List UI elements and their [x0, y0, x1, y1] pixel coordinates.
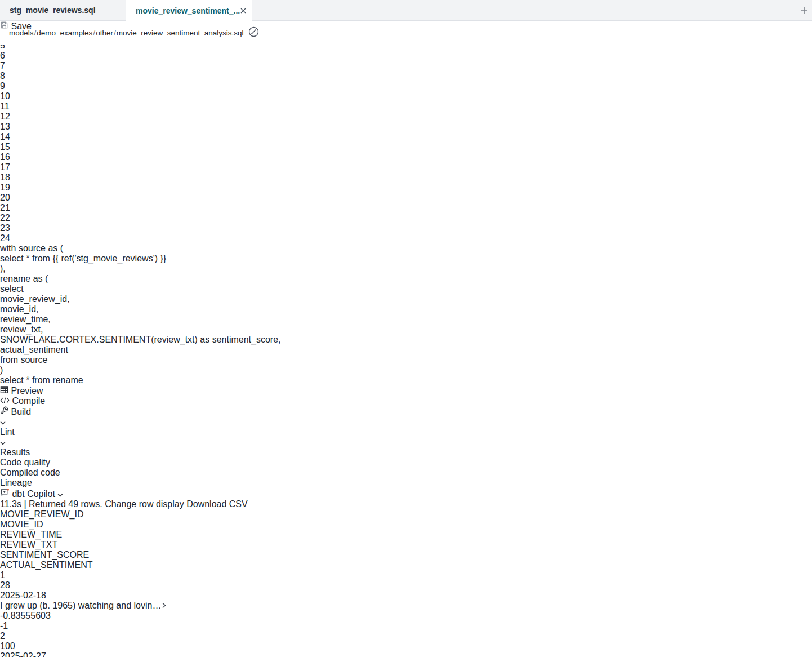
lint-split-button: Lint	[0, 427, 812, 447]
code-line[interactable]: select * from {{ ref('stg_movie_reviews'…	[0, 254, 812, 264]
cell-movie-review-id: 1	[0, 570, 812, 580]
table-grid-icon	[0, 385, 8, 394]
line-number: 6	[0, 51, 812, 61]
code-line[interactable]: actual_sentiment	[0, 345, 812, 355]
chevron-right-icon	[161, 602, 167, 609]
code-line[interactable]: ),	[0, 264, 812, 274]
cell-actual-sentiment: -1	[0, 621, 812, 631]
code-line[interactable]: )	[0, 365, 812, 375]
line-number: 11	[0, 101, 812, 112]
action-toolbar: Preview Compile Build Lint ResultsCode q…	[0, 385, 812, 499]
code-line[interactable]: movie_id,	[0, 304, 812, 314]
dbt-copilot-button[interactable]: dbt Copilot	[0, 488, 812, 499]
lint-label: Lint	[0, 427, 15, 437]
compile-button[interactable]: Compile	[0, 396, 812, 406]
column-header: REVIEW_TIME	[0, 530, 812, 540]
breadcrumb: models / demo_examples / other / movie_r…	[9, 29, 244, 37]
tab-stg-movie-reviews[interactable]: stg_movie_reviews.sql	[0, 0, 126, 20]
tab-movie-review-sentiment-analysis[interactable]: movie_review_sentiment_...	[126, 0, 252, 21]
code-line[interactable]: review_time,	[0, 314, 812, 325]
line-number: 24	[0, 233, 812, 243]
cell-movie-id: 100	[0, 641, 812, 651]
file-header: models / demo_examples / other / movie_r…	[0, 21, 812, 45]
table-row: 1282025-02-18I grew up (b. 1965) watchin…	[0, 570, 812, 631]
code-lines[interactable]: with source as ( select * from {{ ref('s…	[0, 243, 812, 385]
line-number: 23	[0, 223, 812, 233]
lint-dropdown-button[interactable]	[0, 437, 812, 447]
line-number: 20	[0, 193, 812, 203]
table-body: 1282025-02-18I grew up (b. 1965) watchin…	[0, 570, 812, 657]
code-line[interactable]: select	[0, 284, 812, 294]
copilot-badge-icon[interactable]	[248, 26, 259, 39]
column-header: SENTIMENT_SCORE	[0, 550, 812, 560]
line-number: 17	[0, 162, 812, 172]
build-split-button: Build	[0, 406, 812, 427]
query-status: 11.3s | Returned 49 rows.	[0, 499, 102, 509]
line-number: 15	[0, 142, 812, 152]
new-tab-button[interactable]	[796, 0, 812, 20]
breadcrumb-segment[interactable]: demo_examples	[37, 29, 92, 37]
tab-lineage[interactable]: Lineage	[0, 478, 812, 488]
line-number: 14	[0, 132, 812, 142]
line-number: 18	[0, 172, 812, 183]
close-tab-icon[interactable]	[240, 6, 247, 16]
table-header-row: MOVIE_REVIEW_IDMOVIE_IDREVIEW_TIMEREVIEW…	[0, 509, 812, 570]
plus-icon	[800, 6, 808, 14]
code-line[interactable]: with source as (	[0, 243, 812, 254]
lint-button[interactable]: Lint	[0, 427, 812, 437]
cell-movie-id: 28	[0, 580, 812, 591]
cell-review-txt: I grew up (b. 1965) watching and lovin…	[0, 601, 812, 611]
line-number: 16	[0, 152, 812, 162]
review-text: I grew up (b. 1965) watching and lovin…	[0, 601, 161, 610]
change-row-display-link[interactable]: Change row display	[105, 499, 184, 509]
breadcrumb-segment[interactable]: models	[9, 29, 34, 37]
line-number: 10	[0, 91, 812, 101]
preview-button[interactable]: Preview	[0, 385, 812, 396]
line-number: 19	[0, 183, 812, 193]
copilot-label: dbt Copilot	[12, 489, 55, 499]
download-csv-link[interactable]: Download CSV	[186, 499, 248, 509]
code-line[interactable]: select * from rename	[0, 375, 812, 385]
column-header: ACTUAL_SENTIMENT	[0, 560, 812, 570]
line-number: 22	[0, 213, 812, 223]
code-line[interactable]: rename as (	[0, 274, 812, 284]
compile-label: Compile	[12, 396, 45, 406]
build-label: Build	[11, 407, 31, 416]
results-tabs: ResultsCode qualityCompiled codeLineage	[0, 447, 812, 488]
tab-code-quality[interactable]: Code quality	[0, 458, 812, 468]
code-line[interactable]: SNOWFLAKE.CORTEX.SENTIMENT(review_txt) a…	[0, 335, 812, 345]
code-line[interactable]: movie_review_id,	[0, 294, 812, 304]
code-editor[interactable]: 123456789101112131415161718192021222324 …	[0, 0, 812, 385]
chevron-down-icon	[57, 493, 63, 497]
line-number: 9	[0, 81, 812, 91]
cell-movie-review-id: 2	[0, 631, 812, 641]
column-header: MOVIE_REVIEW_ID	[0, 509, 812, 520]
results-table: MOVIE_REVIEW_IDMOVIE_IDREVIEW_TIMEREVIEW…	[0, 509, 812, 657]
breadcrumb-segment[interactable]: movie_review_sentiment_analysis.sql	[117, 29, 244, 37]
chevron-down-icon	[0, 441, 6, 445]
code-line[interactable]: review_txt,	[0, 325, 812, 335]
build-dropdown-button[interactable]	[0, 417, 812, 427]
tab-results[interactable]: Results	[0, 447, 812, 458]
code-line[interactable]: from source	[0, 355, 812, 365]
chat-sparkle-icon	[0, 488, 10, 497]
build-button[interactable]: Build	[0, 406, 812, 417]
line-number: 7	[0, 61, 812, 71]
line-number: 8	[0, 71, 812, 81]
table-row: 21002025-02-27When I put this movie in m…	[0, 631, 812, 657]
code-brackets-icon	[0, 397, 10, 404]
expand-review-button[interactable]	[161, 601, 167, 610]
tab-label: movie_review_sentiment_...	[136, 6, 240, 15]
tab-compiled-code[interactable]: Compiled code	[0, 468, 812, 478]
line-number: 21	[0, 203, 812, 213]
line-number: 12	[0, 112, 812, 122]
breadcrumb-segment[interactable]: other	[96, 29, 113, 37]
cell-review-time: 2025-02-27	[0, 651, 812, 657]
cell-sentiment-score: -0.83555603	[0, 611, 812, 621]
save-icon	[0, 21, 8, 29]
wrench-icon	[0, 406, 8, 415]
tab-label: stg_movie_reviews.sql	[10, 6, 96, 15]
column-header: MOVIE_ID	[0, 520, 812, 530]
preview-label: Preview	[11, 386, 43, 396]
column-header: REVIEW_TXT	[0, 540, 812, 550]
